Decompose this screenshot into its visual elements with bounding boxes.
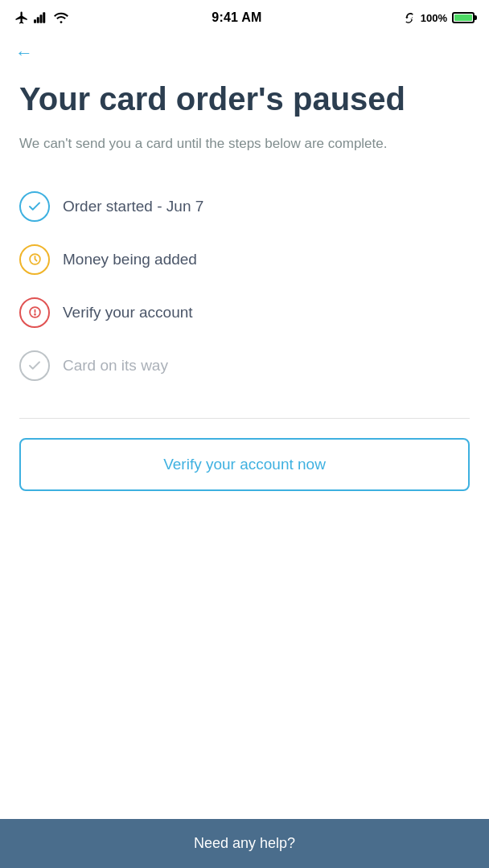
airplane-icon xyxy=(14,10,29,25)
bottom-bar-label: Need any help? xyxy=(194,835,295,851)
step-order-started-label: Order started - Jun 7 xyxy=(63,198,203,215)
step-card-on-its-way: Card on its way xyxy=(19,339,470,392)
step-order-started: Order started - Jun 7 xyxy=(19,180,470,233)
svg-rect-1 xyxy=(37,17,39,23)
svg-rect-3 xyxy=(43,12,45,23)
status-bar: 9:41 AM 100% xyxy=(0,0,489,35)
step-verify-account-icon xyxy=(19,297,50,328)
step-money-being-added: Money being added xyxy=(19,233,470,286)
wifi-icon xyxy=(53,12,69,23)
step-money-being-added-label: Money being added xyxy=(63,251,197,268)
steps-list: Order started - Jun 7 Money being added xyxy=(19,180,470,392)
page-title: Your card order's paused xyxy=(19,80,470,117)
bottom-bar[interactable]: Need any help? xyxy=(0,819,489,868)
back-arrow-icon: ← xyxy=(14,43,34,63)
battery-percent: 100% xyxy=(421,12,447,24)
battery-icon xyxy=(452,12,475,23)
step-money-being-added-icon xyxy=(19,244,50,275)
main-content: Your card order's paused We can't send y… xyxy=(0,68,489,819)
status-time: 9:41 AM xyxy=(212,10,261,25)
rotation-lock-icon xyxy=(405,12,416,23)
status-left-icons xyxy=(14,10,69,25)
svg-rect-0 xyxy=(34,19,36,23)
verify-button[interactable]: Verify your account now xyxy=(19,438,470,491)
svg-point-7 xyxy=(34,314,35,315)
page-subtitle: We can't send you a card until the steps… xyxy=(19,133,470,154)
step-verify-account-label: Verify your account xyxy=(63,304,193,321)
back-button[interactable]: ← xyxy=(0,35,489,68)
signal-icon xyxy=(34,12,48,23)
step-card-on-its-way-label: Card on its way xyxy=(63,357,168,375)
status-right-icons: 100% xyxy=(405,12,475,24)
step-verify-account: Verify your account xyxy=(19,286,470,339)
svg-rect-2 xyxy=(40,14,43,23)
divider xyxy=(19,418,470,419)
step-order-started-icon xyxy=(19,191,50,222)
step-card-on-its-way-icon xyxy=(19,350,50,381)
